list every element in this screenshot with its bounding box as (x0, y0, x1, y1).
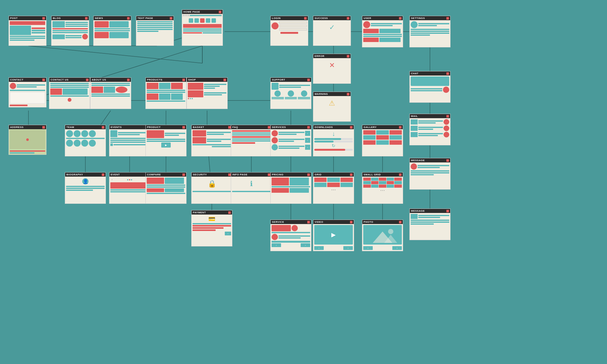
card-title-security: SECURITY (193, 173, 207, 176)
card-shop[interactable]: SHOP (187, 77, 228, 109)
card-title-event: EVENT (111, 173, 120, 176)
card-title-news: NEWS (95, 17, 103, 20)
card-message-2[interactable]: MESSAGE (409, 209, 451, 240)
browser-bar (182, 14, 223, 17)
card-home-page[interactable]: HOME PAGE (182, 9, 223, 46)
card-title-mail: MAIL (411, 115, 418, 118)
card-title-blog: BLOG (53, 17, 61, 20)
card-success[interactable]: SUCCESS ✓ (313, 16, 351, 46)
card-support[interactable]: SUPPORT (270, 77, 311, 109)
card-header-basket: BASKET (192, 125, 232, 129)
card-news[interactable]: NEWS (93, 16, 131, 46)
card-error[interactable]: ERROR ✕ (313, 54, 351, 84)
card-message-1[interactable]: MESSAGE (409, 158, 451, 190)
x-icon: ✕ (314, 59, 350, 72)
card-title-user: USER (364, 17, 371, 20)
card-body (9, 20, 46, 46)
card-title-events: EVENTS (111, 126, 122, 129)
header-dot (446, 159, 449, 162)
header-dot (127, 17, 130, 20)
lock-icon: 🔒 (193, 178, 231, 190)
card-header-contact-us: CONTACT US (49, 78, 90, 82)
card-address[interactable]: ADDRESS (9, 125, 46, 155)
header-dot (347, 55, 349, 58)
card-title-team: TEAM (66, 126, 74, 129)
card-header-mail: MAIL (410, 114, 450, 118)
header-dot (228, 173, 231, 176)
card-body (146, 177, 186, 203)
card-login[interactable]: LOGIN (270, 16, 308, 46)
card-video[interactable]: VIDEO ▶ ‹ › (313, 220, 354, 251)
card-events[interactable]: EVENTS (109, 125, 150, 156)
card-user[interactable]: USER (362, 16, 403, 47)
header-dot (219, 11, 221, 13)
card-header-user: USER (362, 16, 403, 20)
card-header-message-2: MESSAGE (410, 209, 450, 213)
card-title-settings: SETTINGS (411, 17, 425, 20)
card-compare[interactable]: COMPARE (145, 172, 187, 204)
card-payment[interactable]: PAYMENT 💳 › (191, 210, 232, 246)
card-header-services: SERVICES (271, 125, 311, 129)
card-title-service: SERVICE (272, 221, 284, 223)
card-event[interactable]: EVENT ‹ › (109, 172, 150, 204)
card-pricing[interactable]: PRICING (270, 172, 311, 204)
card-title-small-grid: SMALL GRID (364, 173, 381, 176)
card-body: ⚠ (313, 96, 351, 121)
card-header-info-page: INFO PAGE (231, 173, 272, 177)
card-body (187, 82, 227, 109)
header-dot (350, 126, 353, 129)
card-info-page[interactable]: INFO PAGE ℹ (231, 172, 272, 204)
header-dot (446, 17, 449, 20)
card-body (109, 129, 150, 156)
bio-icon: 👤 (82, 178, 89, 185)
card-body (49, 82, 90, 109)
card-small-grid[interactable]: SMALL GRID • • • (362, 172, 403, 204)
card-header-events: EVENTS (109, 125, 150, 129)
card-body: ‹ › (109, 177, 150, 203)
card-services[interactable]: SERVICES › › › (270, 125, 311, 156)
card-photo[interactable]: PHOTO ‹ › (362, 220, 403, 251)
card-team[interactable]: TEAM (65, 125, 106, 156)
card-gallery[interactable]: GALLERY (362, 125, 403, 156)
card-biography[interactable]: BIOGRAPHY 👤 (65, 172, 106, 204)
card-basket[interactable]: BASKET (191, 125, 232, 156)
header-dot (399, 126, 402, 129)
card-service[interactable]: SERVICE ‹ › (270, 220, 311, 251)
card-chat[interactable]: CHAT (409, 71, 451, 103)
card-downloads[interactable]: DOWNLOADS ↓ ↻ (313, 125, 354, 156)
card-header-login: LOGIN (271, 16, 308, 20)
card-title-services: SERVICES (272, 126, 286, 129)
card-body (9, 82, 46, 107)
card-body (146, 82, 186, 109)
card-product[interactable]: PRODUCT ▶ (145, 125, 187, 156)
card-header-support: SUPPORT (271, 78, 311, 82)
card-products[interactable]: PRODUCTS (145, 77, 187, 109)
card-body: • • • (362, 177, 403, 203)
card-body: ✓ (313, 20, 351, 46)
card-contact[interactable]: CONTACT (9, 77, 46, 107)
card-body: ↓ ↻ (313, 129, 354, 156)
header-dot (446, 72, 449, 75)
check-icon: ✓ (314, 21, 350, 34)
header-dot (399, 17, 402, 20)
card-grid[interactable]: GRID • • • (313, 172, 354, 204)
card-mail[interactable]: MAIL (409, 114, 451, 145)
warning-icon: ⚠ (314, 97, 350, 110)
card-warning[interactable]: WARNING ⚠ (313, 92, 351, 122)
card-title-login: LOGIN (272, 17, 281, 20)
sitemap-container: HOME PAGE POST (0, 0, 607, 364)
card-about-us[interactable]: ABOUT US (90, 77, 131, 109)
card-security[interactable]: SECURITY 🔒 (191, 172, 232, 204)
card-settings[interactable]: SETTINGS (409, 16, 451, 47)
card-contact-us[interactable]: CONTACT US (49, 77, 90, 109)
card-header-grid: GRID (313, 173, 354, 177)
card-faq[interactable]: FAQ (231, 125, 272, 156)
card-title-payment: PAYMENT (193, 211, 206, 214)
card-body (271, 177, 311, 203)
svg-point-42 (388, 229, 394, 234)
card-header-security: SECURITY (192, 173, 232, 177)
card-post[interactable]: POST (9, 16, 46, 46)
card-text-page[interactable]: TEXT PAGE (136, 16, 174, 46)
card-header-error: ERROR (313, 54, 351, 58)
card-blog[interactable]: BLOG (51, 16, 89, 46)
